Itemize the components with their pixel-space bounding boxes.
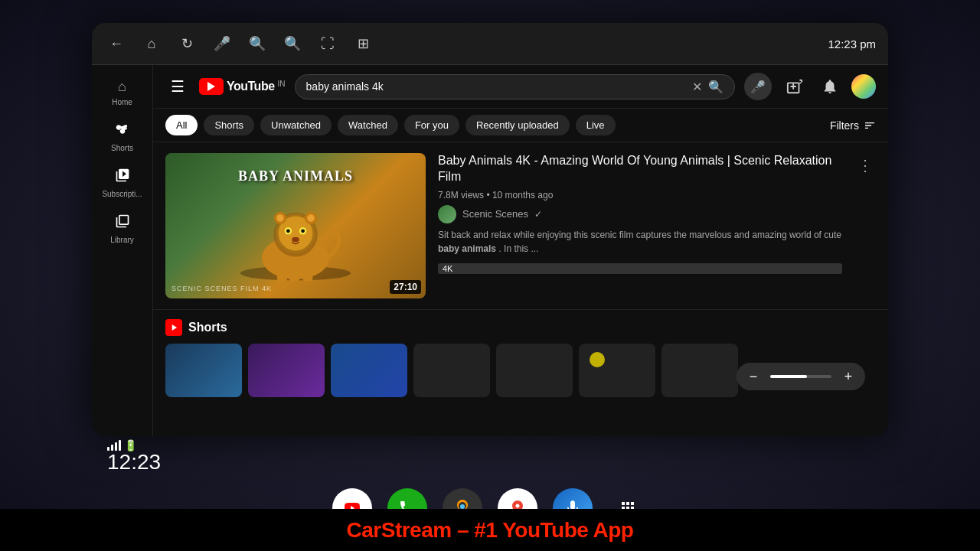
video-thumbnail: Baby Animals (165, 153, 426, 298)
zoom-slider-fill (770, 375, 807, 378)
home-button[interactable]: ⌂ (139, 31, 164, 56)
sidebar-item-library[interactable]: Library (92, 206, 152, 252)
thumbnail-background: Baby Animals (165, 153, 426, 298)
thumbnail-watermark: SCENIC SCENES FILM 4K (172, 285, 272, 292)
carstream-banner: CarStream – #1 YouTube App (0, 509, 980, 551)
sidebar-label-subscriptions: Subscripti... (102, 190, 142, 198)
search-clear-button[interactable]: ✕ (692, 80, 702, 94)
notifications-button[interactable] (816, 73, 844, 100)
zoom-controls: − + (737, 363, 865, 390)
channel-avatar (438, 205, 456, 223)
desc-highlight: baby animals (438, 243, 496, 254)
browser-time: 12:23 pm (828, 37, 876, 51)
search-input[interactable] (306, 80, 686, 93)
video-description: Sit back and relax while enjoying this s… (438, 228, 842, 256)
quality-tag: 4K (438, 263, 842, 274)
desc-text-2: . In this ... (498, 243, 538, 254)
search-button[interactable]: 🔍 (245, 31, 270, 56)
create-button[interactable] (781, 73, 808, 100)
verified-checkmark: ✓ (534, 209, 542, 220)
short-thumb-5[interactable] (496, 344, 573, 397)
device-frame: ← ⌂ ↻ 🎤 🔍 🔍 ⛶ ⊞ 12:23 pm ⌂ Home Shorts (92, 23, 888, 436)
youtube-country-badge: IN (278, 80, 286, 88)
search-bar: ✕ 🔍 (295, 74, 735, 99)
channel-row: Scenic Scenes ✓ (438, 205, 842, 223)
svg-rect-15 (289, 270, 299, 281)
short-thumb-6[interactable] (579, 344, 655, 397)
tab-live[interactable]: Live (576, 115, 616, 135)
shorts-section-icon (165, 319, 182, 336)
view-count: 7.8M views (438, 190, 484, 201)
lion-image (234, 180, 357, 287)
shorts-section: Shorts (153, 310, 888, 406)
zoom-slider[interactable] (770, 375, 831, 378)
youtube-logo-icon (199, 78, 224, 95)
subscriptions-icon (115, 168, 130, 187)
tab-unwatched[interactable]: Unwatched (260, 115, 332, 135)
filter-tabs-bar: All Shorts Unwatched Watched For you Rec… (153, 109, 888, 142)
sidebar: ⌂ Home Shorts Subscripti... (92, 65, 153, 436)
youtube-header: ☰ YouTube IN ✕ 🔍 🎤 (153, 65, 888, 109)
carstream-label: CarStream – #1 YouTube App (347, 518, 634, 543)
tab-watched[interactable]: Watched (338, 115, 398, 135)
shorts-header: Shorts (165, 319, 876, 336)
sidebar-item-subscriptions[interactable]: Subscripti... (92, 160, 152, 206)
zoom-out-button[interactable]: − (743, 366, 764, 387)
tab-shorts[interactable]: Shorts (204, 115, 254, 135)
signal-bar-4 (119, 440, 121, 451)
sidebar-label-library: Library (110, 236, 134, 244)
svg-point-12 (301, 229, 305, 233)
youtube-logo-text: YouTube (227, 80, 275, 93)
svg-point-7 (276, 214, 284, 222)
video-duration: 27:10 (390, 280, 421, 294)
filters-label: Filters (830, 119, 859, 132)
video-meta: 7.8M views • 10 months ago (438, 190, 842, 201)
signal-icons (107, 440, 121, 451)
user-avatar[interactable] (851, 74, 876, 99)
short-thumb-3[interactable] (331, 344, 407, 397)
home-icon: ⌂ (118, 79, 126, 95)
tab-for-you[interactable]: For you (404, 115, 459, 135)
sidebar-label-shorts: Shorts (111, 144, 133, 152)
zoom-button[interactable]: 🔍 (280, 31, 305, 56)
short-thumb-2[interactable] (248, 344, 325, 397)
phone-time-display: 12:23 (107, 450, 161, 474)
svg-rect-16 (303, 270, 313, 281)
svg-point-11 (286, 229, 290, 233)
channel-name[interactable]: Scenic Scenes (462, 208, 528, 220)
thumbnail-wrap[interactable]: Baby Animals (165, 153, 426, 298)
zoom-in-button[interactable]: + (838, 366, 859, 387)
video-title[interactable]: Baby Animals 4K - Amazing World Of Young… (438, 153, 842, 185)
video-info: Baby Animals 4K - Amazing World Of Young… (438, 153, 842, 298)
fullscreen-button[interactable]: ⛶ (315, 31, 340, 56)
video-result: Baby Animals (153, 142, 888, 310)
menu-button[interactable]: ☰ (165, 74, 190, 99)
grid-button[interactable]: ⊞ (351, 31, 375, 56)
sidebar-item-shorts[interactable]: Shorts (92, 114, 152, 160)
short-thumb-4[interactable] (413, 344, 490, 397)
header-actions (781, 73, 876, 100)
browser-bar: ← ⌂ ↻ 🎤 🔍 🔍 ⛶ ⊞ 12:23 pm (92, 23, 888, 65)
svg-point-8 (307, 214, 315, 222)
youtube-logo: YouTube IN (199, 78, 286, 95)
svg-rect-14 (277, 270, 287, 281)
tab-recently-uploaded[interactable]: Recently uploaded (466, 115, 570, 135)
shorts-section-label: Shorts (188, 321, 227, 334)
filters-button[interactable]: Filters (830, 119, 876, 132)
short-thumb-1[interactable] (165, 344, 242, 397)
thumbnail-title: Baby Animals (165, 168, 426, 184)
back-button[interactable]: ← (104, 31, 129, 56)
refresh-button[interactable]: ↻ (175, 31, 199, 56)
voice-search-button[interactable]: 🎤 (744, 73, 772, 100)
mic-button[interactable]: 🎤 (210, 31, 234, 56)
tab-all[interactable]: All (165, 115, 198, 135)
upload-age: 10 months ago (492, 190, 553, 201)
search-icon-button[interactable]: 🔍 (708, 80, 724, 94)
library-icon (115, 214, 130, 233)
shorts-sidebar-icon (115, 122, 130, 141)
more-options-button[interactable]: ⋮ (854, 153, 876, 178)
short-thumb-7[interactable] (662, 344, 738, 397)
desc-text-1: Sit back and relax while enjoying this s… (438, 230, 841, 240)
sidebar-item-home[interactable]: ⌂ Home (92, 71, 152, 114)
meta-dot: • (486, 190, 492, 201)
